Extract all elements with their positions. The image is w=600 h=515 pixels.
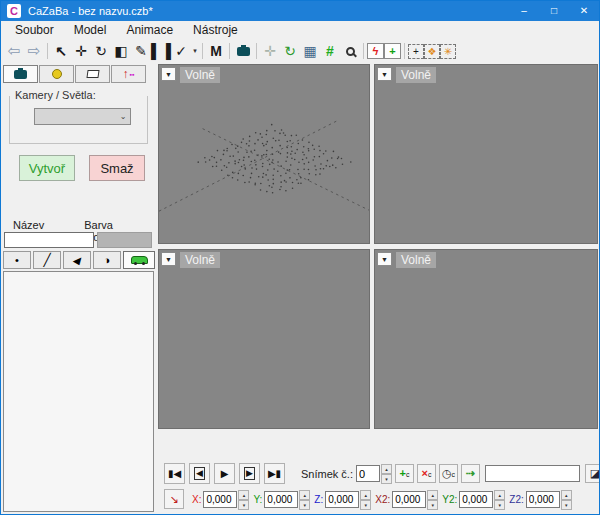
chevron-down-icon: ⌄ — [116, 112, 130, 121]
delete-key-button[interactable]: ×c — [417, 464, 436, 483]
viewport-menu-button[interactable]: ▼ — [161, 252, 176, 266]
rotate-icon[interactable]: ↻ — [91, 41, 111, 61]
toolbar-separator — [256, 43, 257, 59]
snap-grid-icon[interactable]: # — [320, 41, 340, 61]
z-input[interactable] — [325, 491, 359, 508]
go-first-button[interactable]: ▮◀ — [164, 463, 185, 484]
viewport-menu-button[interactable]: ▼ — [161, 67, 176, 81]
minimize-button[interactable]: – — [509, 1, 539, 21]
menu-animace[interactable]: Animace — [116, 22, 183, 38]
m-tool-icon[interactable]: M — [206, 41, 226, 61]
add-key-button[interactable]: +c — [395, 464, 414, 483]
model-listbox[interactable] — [3, 271, 154, 512]
display-icon — [86, 70, 99, 78]
cameras-lights-tab[interactable] — [3, 65, 38, 83]
viewport-top-left[interactable]: ▼ Volně — [158, 64, 370, 244]
animation-transport-row: ▮◀ ◀ ▶ ▶ ▶▮ Snímek č.: ▴▾ +c ×c ◷c ⇢ ◪ — [164, 463, 600, 484]
z2-stepper[interactable]: ▴▾ — [561, 490, 572, 509]
step-forward-button[interactable]: ▶ — [239, 463, 260, 484]
frame-number-label: Snímek č.: — [301, 468, 353, 480]
time-key-button[interactable]: ◷c — [439, 464, 458, 483]
camera-select-combobox[interactable]: ⌄ — [34, 108, 131, 125]
sphere-tool-tab[interactable]: ◑ — [93, 251, 121, 269]
object-list-button[interactable]: ◪ — [585, 464, 600, 483]
spin-up-icon[interactable]: ▴ — [381, 464, 392, 474]
menu-model[interactable]: Model — [64, 22, 117, 38]
y2-label: Y2: — [442, 494, 457, 505]
animation-name-input[interactable] — [485, 465, 580, 482]
close-button[interactable]: ✕ — [569, 1, 599, 21]
viewport-bottom-right[interactable]: ▼ Volně — [374, 249, 598, 429]
y-input[interactable] — [264, 491, 298, 508]
menu-soubor[interactable]: Soubor — [5, 22, 64, 38]
x-label: X: — [192, 494, 201, 505]
menu-nastroje[interactable]: Nástroje — [183, 22, 248, 38]
frame-number-stepper[interactable]: ▴▾ — [381, 464, 392, 483]
polygon-tool-tab[interactable]: ◀ — [63, 251, 91, 269]
viewport-top-right[interactable]: ▼ Volně — [374, 64, 598, 244]
select-region-icon[interactable]: + — [408, 44, 424, 59]
z-stepper[interactable]: ▴▾ — [360, 490, 371, 509]
undo-icon[interactable]: ⇦ — [4, 41, 24, 61]
zoom-region-icon[interactable] — [340, 41, 360, 61]
delete-button[interactable]: Smaž — [89, 155, 145, 181]
y-stepper[interactable]: ▴▾ — [299, 490, 310, 509]
y2-input[interactable] — [459, 491, 493, 508]
pan-3d-icon[interactable]: ✛ — [260, 41, 280, 61]
model-color-swatch[interactable] — [97, 232, 152, 248]
draw-icon[interactable]: ✎ — [131, 41, 151, 61]
scale-icon[interactable]: ◧ — [111, 41, 131, 61]
viewport-label: Volně — [180, 67, 220, 83]
model-name-input[interactable] — [4, 232, 94, 248]
line-tool-tab[interactable]: ╱ — [33, 251, 61, 269]
viewport-menu-button[interactable]: ▼ — [377, 252, 392, 266]
viewport-menu-button[interactable]: ▼ — [377, 67, 392, 81]
redo-icon[interactable]: ⇨ — [24, 41, 44, 61]
car-model-tab[interactable] — [123, 251, 155, 269]
frame-number-input[interactable] — [356, 465, 380, 482]
add-object-icon[interactable]: + — [384, 43, 401, 59]
menubar: Soubor Model Animace Nástroje — [1, 21, 599, 39]
display-tab[interactable] — [75, 65, 110, 83]
x2-stepper[interactable]: ▴▾ — [427, 490, 438, 509]
x-input[interactable] — [203, 491, 237, 508]
spin-down-icon[interactable]: ▾ — [381, 474, 392, 484]
go-last-button[interactable]: ▶▮ — [264, 463, 285, 484]
grid-image-icon[interactable]: ▦ — [300, 41, 320, 61]
path-mode-button[interactable]: ↘ — [164, 489, 184, 509]
camera-icon[interactable] — [233, 41, 253, 61]
sidebar-tabs-bottom: • ╱ ◀ ◑ — [3, 251, 157, 269]
move-icon[interactable]: ✛ — [71, 41, 91, 61]
toolbar: ⇦ ⇨ ↖ ✛ ↻ ◧ ✎ ▌▐ ✓ ▾ M ✛ ↻ ▦ # ϟ + + ❖ ✳ — [1, 39, 599, 63]
create-button[interactable]: Vytvoř — [19, 155, 75, 181]
maximize-button[interactable]: □ — [539, 1, 569, 21]
x-stepper[interactable]: ▴▾ — [238, 490, 249, 509]
render-flash-icon[interactable]: ϟ — [367, 43, 384, 59]
step-back-button[interactable]: ◀ — [189, 463, 210, 484]
z-label: Z: — [314, 494, 323, 505]
sidebar: ↑▪▪ Kamery / Světla: ⌄ Vytvoř Smaž Název… — [1, 63, 156, 514]
materials-tab[interactable] — [39, 65, 74, 83]
camera-shape — [237, 47, 250, 56]
select-object-icon[interactable]: ❖ — [424, 44, 440, 59]
car-icon — [131, 256, 148, 264]
select-icon[interactable]: ↖ — [51, 41, 71, 61]
viewport-bottom-left[interactable]: ▼ Volně — [158, 249, 370, 429]
material-ball-icon — [52, 69, 62, 79]
magnifier-shape — [346, 47, 355, 56]
hierarchy-tab[interactable]: ↑▪▪ — [111, 65, 146, 83]
toolbar-separator — [202, 43, 203, 59]
viewport-label: Volně — [396, 252, 436, 268]
confirm-icon[interactable]: ✓ — [171, 41, 191, 61]
interp-key-button[interactable]: ⇢ — [461, 464, 480, 483]
play-button[interactable]: ▶ — [214, 463, 235, 484]
x2-input[interactable] — [392, 491, 426, 508]
z2-input[interactable] — [526, 491, 560, 508]
y-label: Y: — [253, 494, 262, 505]
select-axes-icon[interactable]: ✳ — [440, 44, 456, 59]
rotate-3d-icon[interactable]: ↻ — [280, 41, 300, 61]
mirror-icon[interactable]: ▌▐ — [151, 41, 171, 61]
confirm-caret-icon[interactable]: ▾ — [191, 41, 199, 61]
y2-stepper[interactable]: ▴▾ — [494, 490, 505, 509]
point-tool-tab[interactable]: • — [3, 251, 31, 269]
